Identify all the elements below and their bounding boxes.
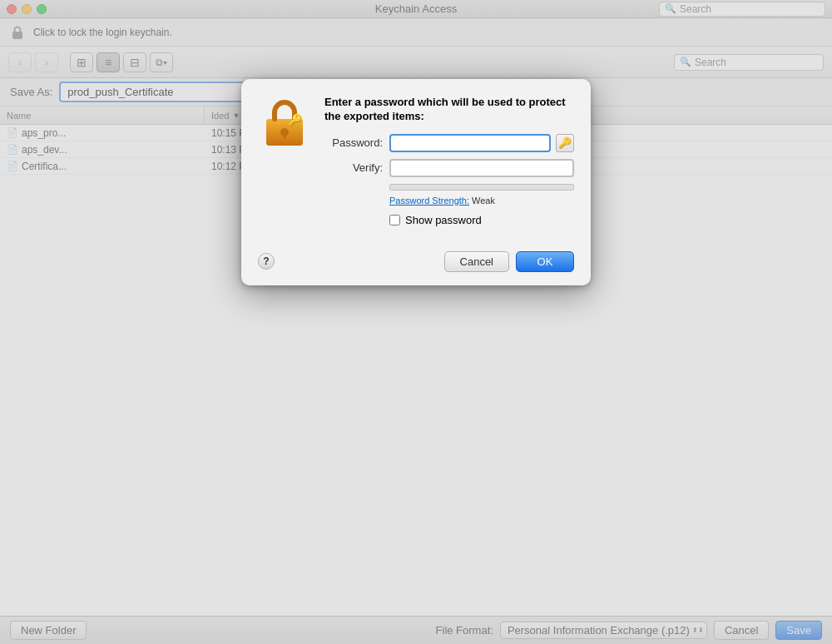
show-password-row: Show password bbox=[389, 214, 574, 226]
svg-rect-4 bbox=[283, 132, 286, 138]
svg-text:🔑: 🔑 bbox=[288, 113, 303, 127]
password-strength-weak: Weak bbox=[472, 196, 495, 206]
dialog-body: 🔑 Enter a password which will be used to… bbox=[241, 79, 591, 243]
password-field-row: Password: 🔑 bbox=[324, 134, 574, 152]
verify-input[interactable] bbox=[389, 159, 574, 177]
show-password-label[interactable]: Show password bbox=[405, 214, 482, 226]
password-label: Password: bbox=[324, 136, 383, 149]
verify-label: Verify: bbox=[324, 161, 383, 174]
dialog-title: Enter a password which will be used to p… bbox=[324, 96, 574, 124]
dialog-content: Enter a password which will be used to p… bbox=[324, 96, 574, 230]
show-password-checkbox[interactable] bbox=[389, 215, 400, 225]
password-dialog: 🔑 Enter a password which will be used to… bbox=[241, 79, 591, 285]
password-strength-link[interactable]: Password Strength: bbox=[389, 196, 469, 206]
strength-bar-row bbox=[389, 184, 574, 191]
help-button[interactable]: ? bbox=[258, 253, 275, 270]
strength-label-row: Password Strength: Weak bbox=[389, 196, 574, 206]
dialog-cancel-button[interactable]: Cancel bbox=[444, 251, 509, 272]
dialog-buttons: Cancel OK bbox=[444, 251, 574, 272]
dialog-footer: ? Cancel OK bbox=[241, 243, 591, 285]
lock-padlock-icon: 🔑 bbox=[258, 96, 311, 149]
dialog-ok-button[interactable]: OK bbox=[516, 251, 574, 272]
strength-bar bbox=[389, 184, 574, 191]
password-input[interactable] bbox=[389, 134, 551, 152]
verify-field-row: Verify: bbox=[324, 159, 574, 177]
key-icon: 🔑 bbox=[558, 136, 572, 149]
dialog-lock-icon: 🔑 bbox=[258, 96, 311, 149]
key-icon-button[interactable]: 🔑 bbox=[556, 134, 574, 152]
dialog-overlay: 🔑 Enter a password which will be used to… bbox=[0, 0, 832, 644]
